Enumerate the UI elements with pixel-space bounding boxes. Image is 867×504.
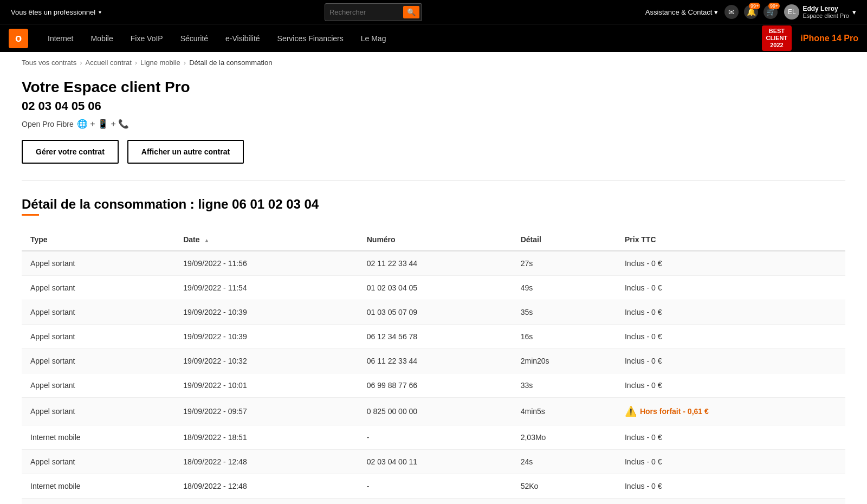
cart-icon-button[interactable]: 🛒 99+ xyxy=(764,5,778,19)
cell-prix: Inclus - 0 € xyxy=(616,349,845,373)
warning-icon: ⚠️ xyxy=(625,405,637,417)
cell-numero: 02 11 22 33 44 xyxy=(358,251,512,276)
user-dropdown-arrow: ▾ xyxy=(852,8,856,16)
cell-numero: 06 12 34 56 78 xyxy=(358,325,512,349)
notification-badge: 99+ xyxy=(749,3,760,9)
cell-detail: 35s xyxy=(512,300,616,325)
notification-icon-button[interactable]: 🔔 99+ xyxy=(744,5,758,19)
cell-numero: 888 xyxy=(358,499,512,505)
nav-item-services-financiers[interactable]: Services Financiers xyxy=(269,24,352,53)
col-prix: Prix TTC xyxy=(616,229,845,251)
cell-prix: ⚠️Hors forfait - 0,61 € xyxy=(616,398,845,425)
cell-date: 19/09/2022 - 11:56 xyxy=(174,251,358,276)
table-row: Appel sortant19/09/2022 - 10:3901 03 05 … xyxy=(22,300,845,325)
breadcrumb-item-0[interactable]: Tous vos contrats xyxy=(22,59,76,67)
table-body: Appel sortant19/09/2022 - 11:5602 11 22 … xyxy=(22,251,845,504)
pro-dropdown-arrow: ▾ xyxy=(99,9,101,15)
col-date[interactable]: Date ▲ xyxy=(174,229,358,251)
section-divider xyxy=(22,180,845,180)
search-button[interactable]: 🔍 xyxy=(403,6,419,18)
user-name: Eddy Leroy xyxy=(803,5,849,12)
message-icon-button[interactable]: ✉ xyxy=(724,5,739,19)
contract-icons: 🌐 + 📱 + 📞 xyxy=(77,119,129,129)
pro-label: Vous êtes un professionnel xyxy=(11,8,95,16)
breadcrumb-sep-1: › xyxy=(135,59,137,67)
table-row: Appel sortant19/09/2022 - 11:5401 02 03 … xyxy=(22,276,845,300)
pro-selector[interactable]: Vous êtes un professionnel ▾ xyxy=(11,8,101,16)
cell-prix: Inclus - 0 € xyxy=(616,276,845,300)
action-buttons: Gérer votre contrat Afficher un autre co… xyxy=(22,140,845,164)
cell-detail: 2min20s xyxy=(512,349,616,373)
page-title: Votre Espace client Pro xyxy=(22,79,845,96)
cell-numero: 06 11 22 33 44 xyxy=(358,349,512,373)
cell-date: 18/09/2022 - 18:51 xyxy=(174,425,358,450)
cell-date: 19/09/2022 - 11:54 xyxy=(174,276,358,300)
table-row: Appel sortant19/09/2022 - 10:3206 11 22 … xyxy=(22,349,845,373)
cell-date: 18/09/2022 - 10:58 xyxy=(174,499,358,505)
cell-type: Internet mobile xyxy=(22,425,174,450)
cell-prix: Inclus - 0 € xyxy=(616,474,845,499)
breadcrumb-sep-2: › xyxy=(184,59,186,67)
icon-group: ✉ 🔔 99+ 🛒 99+ xyxy=(724,5,778,19)
breadcrumb-item-1[interactable]: Accueil contrat xyxy=(86,59,132,67)
col-numero: Numéro xyxy=(358,229,512,251)
search-input[interactable] xyxy=(329,8,400,16)
main-content: Votre Espace client Pro 02 03 04 05 06 O… xyxy=(0,73,867,504)
user-name-block: Eddy Leroy Espace client Pro xyxy=(803,5,849,19)
breadcrumb-item-2[interactable]: Ligne mobile xyxy=(140,59,180,67)
cell-detail: 24s xyxy=(512,450,616,474)
nav-item-internet[interactable]: Internet xyxy=(39,24,82,53)
table-row: Internet mobile18/09/2022 - 12:48-52KoIn… xyxy=(22,474,845,499)
table-header: Type Date ▲ Numéro Détail Prix TTC xyxy=(22,229,845,251)
top-bar-right: Assistance & Contact ▾ ✉ 🔔 99+ 🛒 99+ EL … xyxy=(645,4,856,20)
search-area: 🔍 xyxy=(325,3,422,21)
cell-prix: Inclus - 0 € xyxy=(616,499,845,505)
cell-date: 19/09/2022 - 10:01 xyxy=(174,373,358,398)
cell-detail: 16s xyxy=(512,325,616,349)
cell-prix: Inclus - 0 € xyxy=(616,251,845,276)
cell-detail: 52Ko xyxy=(512,474,616,499)
col-detail: Détail xyxy=(512,229,616,251)
cell-type: Appel sortant xyxy=(22,499,174,505)
table-row: Appel sortant19/09/2022 - 10:0106 99 88 … xyxy=(22,373,845,398)
col-type: Type xyxy=(22,229,174,251)
cell-date: 18/09/2022 - 12:48 xyxy=(174,474,358,499)
orange-logo[interactable]: o xyxy=(9,29,28,48)
table-row: Internet mobile18/09/2022 - 18:51-2,03Mo… xyxy=(22,425,845,450)
manage-contract-button[interactable]: Gérer votre contrat xyxy=(22,140,119,164)
cell-numero: - xyxy=(358,425,512,450)
other-contract-button[interactable]: Afficher un autre contrat xyxy=(127,140,244,164)
cell-prix: Inclus - 0 € xyxy=(616,325,845,349)
cell-prix: Inclus - 0 € xyxy=(616,373,845,398)
cell-numero: 01 03 05 07 09 xyxy=(358,300,512,325)
cell-type: Appel sortant xyxy=(22,276,174,300)
cell-type: Appel sortant xyxy=(22,251,174,276)
assistance-menu[interactable]: Assistance & Contact ▾ xyxy=(645,8,719,16)
table-row: Appel sortant18/09/2022 - 10:588881min19… xyxy=(22,499,845,505)
cell-detail: 27s xyxy=(512,251,616,276)
table-row: Appel sortant19/09/2022 - 09:570 825 00 … xyxy=(22,398,845,425)
iphone-promo[interactable]: iPhone 14 Pro xyxy=(800,34,858,43)
nav-item-mobile[interactable]: Mobile xyxy=(82,24,121,53)
nav-item-evisibilite[interactable]: e-Visibilité xyxy=(217,24,269,53)
hors-forfait-label: Hors forfait - 0,61 € xyxy=(640,407,709,416)
cell-type: Appel sortant xyxy=(22,300,174,325)
cell-prix: Inclus - 0 € xyxy=(616,450,845,474)
cell-type: Appel sortant xyxy=(22,450,174,474)
top-bar: Vous êtes un professionnel ▾ 🔍 Assistanc… xyxy=(0,0,867,24)
cell-prix: Inclus - 0 € xyxy=(616,300,845,325)
breadcrumb-sep-0: › xyxy=(80,59,82,67)
sort-icon: ▲ xyxy=(204,237,209,243)
contract-type-label: Open Pro Fibre xyxy=(22,120,74,128)
contract-number: 02 03 04 05 06 xyxy=(22,99,845,113)
breadcrumb-current: Détail de la consommation xyxy=(189,59,272,67)
search-box: 🔍 xyxy=(325,3,422,21)
nav-item-le-mag[interactable]: Le Mag xyxy=(352,24,395,53)
user-menu[interactable]: EL Eddy Leroy Espace client Pro ▾ xyxy=(784,4,856,20)
cell-detail: 1min19s xyxy=(512,499,616,505)
nav-item-securite[interactable]: Sécurité xyxy=(172,24,217,53)
nav-item-fixe-voip[interactable]: Fixe VoIP xyxy=(122,24,172,53)
cell-prix: Inclus - 0 € xyxy=(616,425,845,450)
cell-date: 19/09/2022 - 10:32 xyxy=(174,349,358,373)
cell-detail: 49s xyxy=(512,276,616,300)
